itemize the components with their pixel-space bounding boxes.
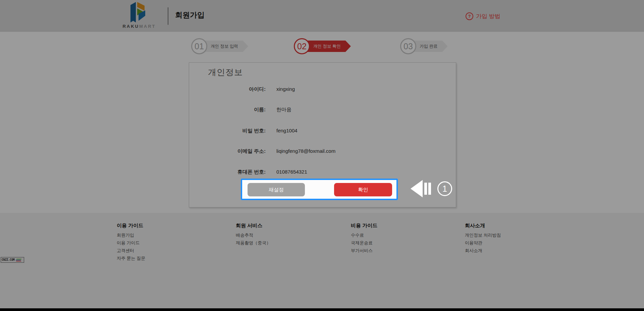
field-row-id: 아이디: xingxing [189, 86, 456, 92]
footer-link[interactable]: 회원가입 [117, 232, 145, 238]
footer-link[interactable]: 이용약관 [465, 240, 501, 246]
signup-page: RAKUMART 회원가입 ? 가입 방법 01 개인 정보 입력 02 개인 … [0, 0, 644, 311]
footer-link[interactable]: 부가서비스 [351, 248, 377, 254]
header: RAKUMART 회원가입 ? 가입 방법 [0, 0, 644, 32]
footer-column-title: 회사소개 [465, 223, 501, 229]
signup-help-link[interactable]: ? 가입 방법 [466, 12, 500, 20]
bottom-black-bar [0, 308, 644, 311]
personal-info-panel: 개인정보 아이디: xingxing 이름: 한마음 비밀 번호: feng10… [189, 62, 456, 207]
field-value-name: 한마음 [276, 107, 291, 113]
reset-button[interactable]: 재설정 [248, 183, 305, 196]
field-value-phone: 01087654321 [276, 169, 307, 175]
help-link-label: 가입 방법 [476, 12, 500, 20]
footer-column-member-service: 회원 서비스 배송추적 제품촬영（중국） [236, 223, 271, 248]
field-label-phone: 휴대폰 번호: [189, 169, 266, 175]
footer-link[interactable]: 회사소개 [465, 248, 501, 254]
field-row-name: 이름: 한마음 [189, 107, 456, 113]
page-title: 회원가입 [175, 10, 205, 20]
header-divider [168, 7, 168, 25]
footer-column-title: 이용 가이드 [117, 223, 145, 229]
rakumart-logo[interactable]: RAKUMART [118, 2, 160, 29]
step-3-number: 03 [400, 38, 416, 54]
field-row-phone: 휴대폰 번호: 01087654321 [189, 169, 456, 175]
confirm-button[interactable]: 확인 [334, 183, 392, 196]
footer-column-company: 회사소개 개인정보 처리방침 이용약관 회사소개 [465, 223, 501, 255]
footer-link[interactable]: 수수료 [351, 232, 377, 238]
footer-link[interactable]: 배송추적 [236, 232, 271, 238]
field-label-id: 아이디: [189, 86, 266, 92]
footer-column-cost-guide: 비용 가이드 수수료 국제운송료 부가서비스 [351, 223, 377, 255]
rakumart-logo-icon [130, 2, 149, 23]
step-indicator-2-active: 02 개인 정보 확인 [294, 38, 351, 54]
footer-link[interactable]: 국제운송료 [351, 240, 377, 246]
footer-link[interactable]: 고객센터 [117, 248, 145, 254]
step-indicator-1: 01 개인 정보 입력 [191, 38, 248, 54]
footer-link[interactable]: 개인정보 처리방침 [465, 232, 501, 238]
footer-link[interactable]: 이용 가이드 [117, 240, 145, 246]
field-label-name: 이름: [189, 107, 266, 113]
field-value-password: feng1004 [276, 128, 298, 133]
step-2-label: 개인 정보 확인 [305, 41, 351, 52]
footer-column-usage-guide: 이용 가이드 회원가입 이용 가이드 고객센터 자주 묻는 질문 [117, 223, 145, 263]
footer: 이용 가이드 회원가입 이용 가이드 고객센터 자주 묻는 질문 회원 서비스 … [0, 213, 644, 308]
field-row-email: 이메일 주소: liqingfeng78@foxmail.com [189, 148, 456, 154]
cnzz-badge-label: CNZZ.COM [2, 258, 15, 261]
field-label-email: 이메일 주소: [189, 148, 266, 154]
rakumart-logo-text: RAKUMART [118, 24, 160, 29]
footer-column-title: 비용 가이드 [351, 223, 377, 229]
footer-column-title: 회원 서비스 [236, 223, 271, 229]
cnzz-stats-badge[interactable]: CNZZ.COM [1, 257, 24, 263]
field-row-password: 비밀 번호: feng1004 [189, 128, 456, 134]
footer-link[interactable]: 제품촬영（중국） [236, 240, 271, 246]
cnzz-stripes-icon [16, 259, 21, 261]
field-value-email: liqingfeng78@foxmail.com [276, 148, 335, 154]
step-1-number: 01 [191, 38, 207, 54]
step-indicator-3: 03 가입 완료 [400, 38, 447, 54]
step-3-label: 가입 완료 [412, 41, 447, 52]
field-label-password: 비밀 번호: [189, 128, 266, 134]
step-1-label: 개인 정보 입력 [203, 41, 248, 52]
panel-title: 개인정보 [208, 67, 243, 78]
step-2-number: 02 [294, 38, 310, 54]
question-circle-icon: ? [466, 12, 473, 20]
field-value-id: xingxing [276, 86, 295, 92]
footer-link[interactable]: 자주 묻는 질문 [117, 255, 145, 261]
